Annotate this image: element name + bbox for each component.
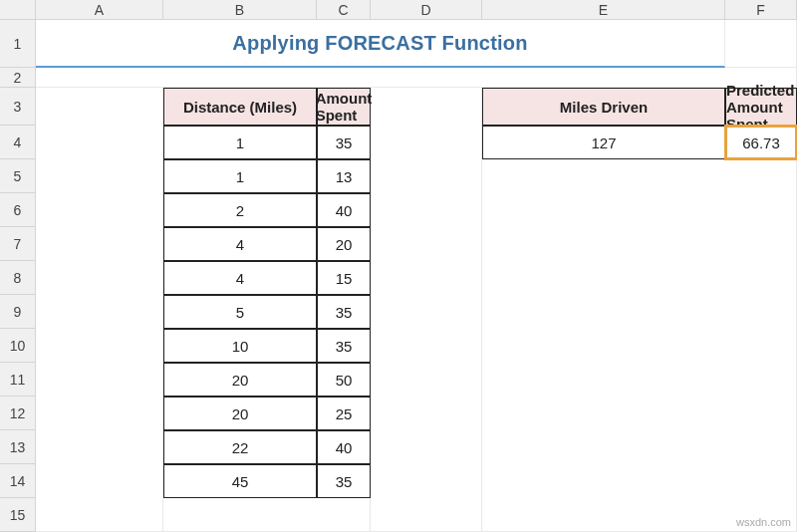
col-head-E[interactable]: E bbox=[482, 0, 725, 20]
t1-r9-c1[interactable]: 20 bbox=[163, 397, 317, 430]
t1-r4-c1[interactable]: 4 bbox=[163, 227, 317, 261]
col-head-B[interactable]: B bbox=[163, 0, 317, 20]
row-head-13[interactable]: 13 bbox=[0, 430, 36, 464]
t1-head-amount[interactable]: Amount Spent bbox=[317, 88, 371, 126]
sheet-title[interactable]: Applying FORECAST Function bbox=[36, 20, 725, 68]
row-head-1[interactable]: 1 bbox=[0, 20, 36, 68]
cell-blank[interactable] bbox=[163, 498, 371, 532]
t1-r11-c1[interactable]: 45 bbox=[163, 464, 317, 498]
t1-r5-c2[interactable]: 15 bbox=[317, 261, 371, 295]
t1-r6-c2[interactable]: 35 bbox=[317, 295, 371, 329]
t1-r10-c1[interactable]: 22 bbox=[163, 430, 317, 464]
row-head-5[interactable]: 5 bbox=[0, 159, 36, 193]
t1-r7-c2[interactable]: 35 bbox=[317, 329, 371, 363]
t1-r4-c2[interactable]: 20 bbox=[317, 227, 371, 261]
watermark: wsxdn.com bbox=[736, 516, 791, 528]
row-head-15[interactable]: 15 bbox=[0, 498, 36, 532]
t1-r8-c2[interactable]: 50 bbox=[317, 363, 371, 397]
col-head-C[interactable]: C bbox=[317, 0, 371, 20]
row-head-2[interactable]: 2 bbox=[0, 68, 36, 88]
spreadsheet-grid[interactable]: A B C D E F 1 2 3 4 5 6 7 8 9 10 11 12 1… bbox=[0, 0, 797, 532]
t1-r3-c2[interactable]: 40 bbox=[317, 193, 371, 227]
t1-r2-c2[interactable]: 13 bbox=[317, 159, 371, 193]
cell-blank[interactable] bbox=[371, 88, 482, 532]
row-head-3[interactable]: 3 bbox=[0, 88, 36, 126]
row-head-10[interactable]: 10 bbox=[0, 329, 36, 363]
cell-blank[interactable] bbox=[36, 88, 163, 532]
row-head-14[interactable]: 14 bbox=[0, 464, 36, 498]
t1-r10-c2[interactable]: 40 bbox=[317, 430, 371, 464]
t1-r1-c2[interactable]: 35 bbox=[317, 126, 371, 159]
row-head-12[interactable]: 12 bbox=[0, 397, 36, 430]
row-head-9[interactable]: 9 bbox=[0, 295, 36, 329]
t1-r2-c1[interactable]: 1 bbox=[163, 159, 317, 193]
t1-r7-c1[interactable]: 10 bbox=[163, 329, 317, 363]
cell-blank[interactable] bbox=[36, 68, 797, 88]
t1-r6-c1[interactable]: 5 bbox=[163, 295, 317, 329]
t2-head-predicted[interactable]: Predicted Amount Spent bbox=[725, 88, 797, 126]
t2-head-miles[interactable]: Miles Driven bbox=[482, 88, 725, 126]
col-head-D[interactable]: D bbox=[371, 0, 482, 20]
t2-r1-c2-selected[interactable]: 66.73 bbox=[725, 126, 797, 159]
row-head-8[interactable]: 8 bbox=[0, 261, 36, 295]
t1-r5-c1[interactable]: 4 bbox=[163, 261, 317, 295]
select-all-corner[interactable] bbox=[0, 0, 36, 20]
t2-r1-c1[interactable]: 127 bbox=[482, 126, 725, 159]
t1-r8-c1[interactable]: 20 bbox=[163, 363, 317, 397]
t1-r1-c1[interactable]: 1 bbox=[163, 126, 317, 159]
cell-blank[interactable] bbox=[482, 159, 797, 532]
t1-r3-c1[interactable]: 2 bbox=[163, 193, 317, 227]
t1-r11-c2[interactable]: 35 bbox=[317, 464, 371, 498]
row-head-11[interactable]: 11 bbox=[0, 363, 36, 397]
col-head-A[interactable]: A bbox=[36, 0, 163, 20]
t1-r9-c2[interactable]: 25 bbox=[317, 397, 371, 430]
t1-head-distance[interactable]: Distance (Miles) bbox=[163, 88, 317, 126]
row-head-7[interactable]: 7 bbox=[0, 227, 36, 261]
row-head-6[interactable]: 6 bbox=[0, 193, 36, 227]
col-head-F[interactable]: F bbox=[725, 0, 797, 20]
row-head-4[interactable]: 4 bbox=[0, 126, 36, 159]
